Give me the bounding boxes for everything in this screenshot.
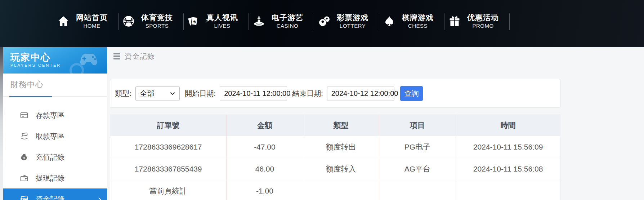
cell-type: 额度转入 (303, 158, 379, 180)
cell-amount: -47.00 (226, 136, 303, 158)
table-header-row: 訂單號 金額 類型 項目 時間 (110, 115, 560, 136)
content-header: 資金記錄 (110, 52, 560, 61)
cell-empty (303, 180, 379, 200)
nav-label-zh: 体育竞技 (141, 13, 173, 22)
nav-item-sports[interactable]: 体育竞技 SPORTS (118, 10, 184, 33)
sidebar-item-recharge-record[interactable]: ¥ 充值記錄 (3, 147, 107, 168)
column-header-time: 時間 (456, 115, 560, 136)
nav-item-promo[interactable]: 优惠活动 PROMO (444, 10, 510, 33)
nav-label-en: LIVES (214, 22, 230, 30)
sidebar-item-label: 存款專區 (36, 111, 64, 120)
cell-type: 额度转出 (303, 136, 379, 158)
nav-item-lives[interactable]: ♣ 真人视讯 LIVES (184, 10, 249, 33)
nav-label-en: SPORTS (146, 22, 169, 30)
page: 网站首页 HOME 体育竞技 SPORTS ♣ (0, 0, 644, 200)
money-bag-icon: ¥ (20, 153, 28, 161)
cards-icon: ♣ (187, 14, 201, 28)
chevron-right-icon: › (98, 194, 101, 200)
sidebar-item-funds-record[interactable]: 資金記錄 › (3, 188, 107, 200)
nav-label-en: CASINO (277, 22, 299, 30)
nav-label-en: CHESS (408, 22, 428, 30)
table-row: 1728633367855439 46.00 额度转入 AG平台 2024-10… (110, 158, 560, 180)
gift-icon (447, 14, 462, 28)
end-date-label: 結束日期: (292, 89, 323, 98)
nav-label-zh: 棋牌游戏 (402, 13, 434, 22)
top-navigation: 网站首页 HOME 体育竞技 SPORTS ♣ (0, 0, 644, 47)
filter-panel: 類型: 全部 開始日期: 2024-10-11 12:00:00 結束日期: 2… (110, 79, 560, 108)
type-select[interactable]: 全部 (135, 86, 180, 101)
sidebar-menu: 存款專區 取款專區 (3, 105, 107, 200)
menu-icon[interactable] (113, 53, 120, 59)
funds-record-table: 訂單號 金額 類型 項目 時間 1728633369628617 -47.00 … (110, 115, 560, 200)
wallet-icon (20, 174, 28, 182)
nav-label-zh: 优惠活动 (467, 13, 499, 22)
page-left-edge (0, 47, 3, 200)
column-header-item: 項目 (379, 115, 456, 136)
sidebar-item-label: 資金記錄 (36, 194, 64, 200)
nav-label-en: HOME (84, 22, 100, 30)
sidebar: 玩家中心 PLAYERS CENTER 財務中心 (3, 47, 107, 200)
nav-label-en: PROMO (472, 22, 493, 30)
sidebar-item-label: 取款專區 (36, 132, 64, 141)
cell-order-no: 1728633367855439 (110, 158, 226, 180)
cell-time: 2024-10-11 15:56:08 (456, 158, 560, 180)
type-filter-label: 類型: (115, 89, 131, 98)
sidebar-item-withdrawal-record[interactable]: 提現記錄 (3, 168, 107, 188)
players-center-header: 玩家中心 PLAYERS CENTER (3, 47, 107, 74)
cell-time: 2024-10-11 15:56:09 (456, 136, 560, 158)
main-content: 資金記錄 類型: 全部 開始日期: 2024-10-11 12:00:00 結束… (107, 47, 644, 200)
type-select-value: 全部 (140, 89, 155, 98)
svg-text:♣: ♣ (193, 19, 196, 24)
start-date-label: 開始日期: (185, 89, 216, 98)
nav-item-lottery[interactable]: 彩票游戏 LOTTERY (314, 10, 379, 33)
start-date-input[interactable]: 2024-10-11 12:00:00 (220, 86, 287, 101)
nav-item-casino[interactable]: 电子游艺 CASINO (249, 10, 314, 33)
nav-label-zh: 电子游艺 (272, 13, 303, 22)
sidebar-item-label: 充值記錄 (36, 152, 64, 162)
column-header-amount: 金額 (226, 115, 303, 136)
svg-text:¥: ¥ (23, 156, 25, 160)
table-row-summary: 當前頁統計 -1.00 (110, 180, 560, 200)
table-row: 1728633369628617 -47.00 额度转出 PG电子 2024-1… (110, 136, 560, 158)
cell-amount: 46.00 (226, 158, 303, 180)
sidebar-item-label: 提現記錄 (36, 173, 64, 183)
sidebar-item-deposit[interactable]: 存款專區 (3, 105, 107, 126)
nav-item-chess[interactable]: 棋牌游戏 CHESS (379, 10, 444, 33)
cell-item: PG电子 (379, 136, 456, 158)
column-header-order-no: 訂單號 (110, 115, 226, 136)
cell-summary-label: 當前頁統計 (110, 180, 226, 200)
spade-icon (382, 14, 397, 28)
banknote-icon (20, 195, 28, 200)
cell-summary-amount: -1.00 (226, 180, 303, 200)
nav-item-home[interactable]: 网站首页 HOME (53, 10, 118, 33)
page-title: 資金記錄 (125, 52, 155, 61)
basketball-icon (121, 14, 136, 28)
chevron-down-icon (170, 92, 175, 95)
end-date-input[interactable]: 2024-10-12 12:00:00 (327, 86, 394, 101)
lottery-balls-icon (317, 14, 331, 28)
home-icon (56, 14, 71, 28)
sidebar-item-withdraw[interactable]: 取款專區 (3, 126, 107, 147)
withdraw-hand-icon (20, 132, 28, 141)
nav-label-zh: 真人视讯 (206, 13, 238, 22)
search-button[interactable]: 查詢 (400, 86, 423, 101)
nav-label-zh: 彩票游戏 (337, 13, 368, 22)
cell-item: AG平台 (379, 158, 456, 180)
cell-empty (379, 180, 456, 200)
finance-center-section-title: 財務中心 (10, 79, 107, 90)
nav-label-en: LOTTERY (340, 22, 366, 30)
cell-order-no: 1728633369628617 (110, 136, 226, 158)
nav-label-zh: 网站首页 (76, 13, 108, 22)
deposit-card-icon (20, 111, 28, 120)
column-header-type: 類型 (303, 115, 379, 136)
roulette-icon (252, 14, 266, 28)
cell-empty (456, 180, 560, 200)
section-divider (3, 96, 107, 97)
